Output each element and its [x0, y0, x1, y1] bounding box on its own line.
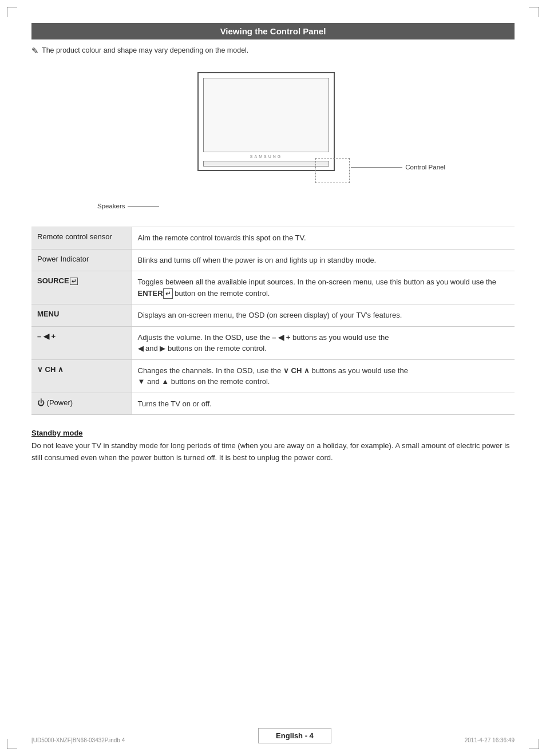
- control-panel-label-text: Control Panel: [405, 164, 445, 171]
- feature-name-power-indicator: Power Indicator: [31, 249, 132, 271]
- table-row: SOURCE↵ Toggles between all the availabl…: [31, 271, 515, 304]
- page-title: Viewing the Control Panel: [31, 23, 515, 39]
- speakers-label: Speakers: [97, 203, 159, 209]
- feature-desc-volume: Adjusts the volume. In the OSD, use the …: [132, 326, 515, 359]
- feature-name-source: SOURCE↵: [31, 271, 132, 304]
- control-panel-label: Control Panel: [351, 164, 445, 171]
- table-row: Remote control sensor Aim the remote con…: [31, 227, 515, 250]
- corner-mark-tr: [529, 7, 539, 17]
- speakers-label-text: Speakers: [97, 203, 125, 209]
- feature-desc-source: Toggles between all the available input …: [132, 271, 515, 304]
- table-row: ∨ CH ∧ Changes the channels. In the OSD,…: [31, 359, 515, 393]
- feature-name-volume: – ◀ +: [31, 326, 132, 359]
- control-panel-box: [315, 158, 350, 183]
- corner-mark-tl: [7, 7, 17, 17]
- control-panel-line: [351, 167, 402, 168]
- footer-page-number: English - 4: [258, 728, 331, 743]
- tv-drawing: SAMSUNG Control Panel: [197, 72, 335, 171]
- table-row: ⏻ (Power) Turns the TV on or off.: [31, 393, 515, 415]
- standby-title: Standby mode: [31, 429, 515, 437]
- feature-name-channel: ∨ CH ∧: [31, 359, 132, 393]
- tv-brand: SAMSUNG: [250, 155, 282, 159]
- standby-section: Standby mode Do not leave your TV in sta…: [31, 429, 515, 464]
- feature-name-remote-sensor: Remote control sensor: [31, 227, 132, 250]
- footer-right: 2011-4-27 16:36:49: [465, 737, 515, 743]
- tv-bottom: SAMSUNG: [199, 152, 334, 170]
- table-row: – ◀ + Adjusts the volume. In the OSD, us…: [31, 326, 515, 359]
- note-text: The product colour and shape may vary de…: [42, 46, 248, 54]
- feature-desc-channel: Changes the channels. In the OSD, use th…: [132, 359, 515, 393]
- page-content: Viewing the Control Panel ✎ The product …: [0, 0, 546, 487]
- table-row: Power Indicator Blinks and turns off whe…: [31, 249, 515, 271]
- feature-name-menu: MENU: [31, 304, 132, 327]
- table-row: MENU Displays an on-screen menu, the OSD…: [31, 304, 515, 327]
- footer-center: English - 4: [258, 728, 331, 743]
- footer: [UD5000-XNZF]BN68-03432P.indb 4 English …: [0, 728, 546, 743]
- standby-text: Do not leave your TV in standby mode for…: [31, 440, 515, 464]
- tv-illustration: SAMSUNG Control Panel Speakers: [31, 66, 515, 215]
- feature-name-power: ⏻ (Power): [31, 393, 132, 415]
- note-line: ✎ The product colour and shape may vary …: [31, 46, 515, 56]
- note-icon: ✎: [31, 46, 39, 56]
- feature-desc-menu: Displays an on-screen menu, the OSD (on …: [132, 304, 515, 327]
- tv-stand: [203, 161, 329, 167]
- tv-screen: [203, 78, 329, 152]
- feature-desc-power-indicator: Blinks and turns off when the power is o…: [132, 249, 515, 271]
- tv-outer-frame: SAMSUNG Control Panel: [197, 72, 335, 171]
- footer-left: [UD5000-XNZF]BN68-03432P.indb 4: [31, 737, 125, 743]
- speakers-line: [128, 206, 159, 207]
- feature-desc-remote-sensor: Aim the remote control towards this spot…: [132, 227, 515, 250]
- features-table: Remote control sensor Aim the remote con…: [31, 227, 515, 415]
- feature-desc-power: Turns the TV on or off.: [132, 393, 515, 415]
